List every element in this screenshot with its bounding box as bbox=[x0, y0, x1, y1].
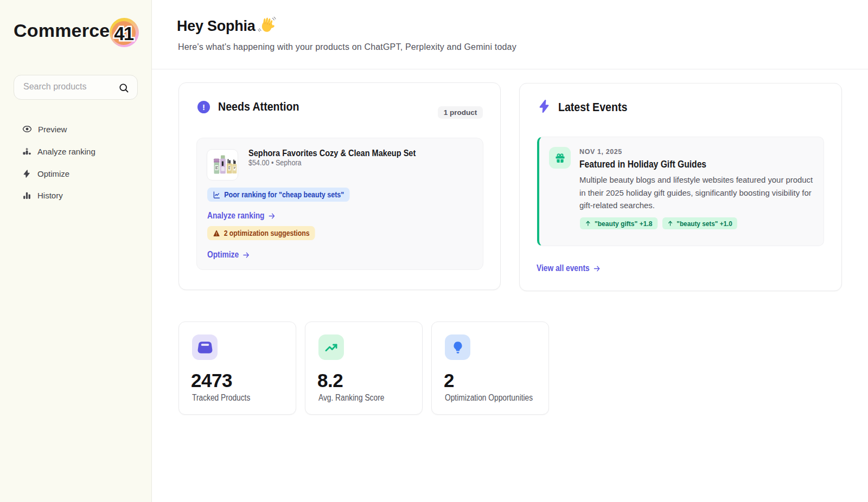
svg-text:41: 41 bbox=[114, 23, 133, 44]
